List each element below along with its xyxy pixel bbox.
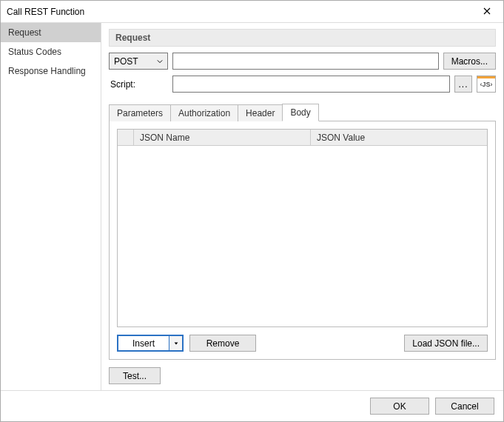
dialog-body: Request Status Codes Response Handling R… (1, 23, 503, 390)
insert-split-button[interactable]: Insert (117, 335, 184, 352)
button-label: Macros... (451, 56, 488, 67)
sidebar-item-response-handling[interactable]: Response Handling (1, 61, 101, 81)
button-label: Insert (118, 338, 169, 349)
ellipsis-icon: ... (458, 79, 468, 90)
insert-dropdown-toggle[interactable] (169, 336, 182, 350)
load-json-file-button[interactable]: Load JSON file... (404, 335, 488, 352)
button-label: OK (393, 401, 406, 412)
remove-button[interactable]: Remove (189, 335, 256, 352)
button-label: Cancel (451, 401, 478, 412)
js-icon: ‹JS› (480, 81, 492, 88)
tab-authorization[interactable]: Authorization (170, 104, 238, 121)
tab-panel-body: JSON Name JSON Value Insert (109, 121, 496, 360)
row-script: Script: ... ‹JS› (109, 76, 496, 93)
titlebar: Call REST Function (1, 1, 503, 23)
http-method-select[interactable]: POST (109, 53, 168, 70)
body-grid[interactable]: JSON Name JSON Value (117, 129, 488, 327)
script-input[interactable] (172, 76, 450, 93)
macros-button[interactable]: Macros... (443, 53, 496, 70)
row-method-url: POST Macros... (109, 53, 496, 70)
sidebar-item-status-codes[interactable]: Status Codes (1, 42, 101, 61)
chevron-down-icon (157, 58, 163, 64)
tabs: Parameters Authorization Header Body (109, 103, 496, 121)
button-label: Remove (206, 338, 240, 349)
url-input[interactable] (172, 53, 439, 70)
tab-label: Header (246, 108, 275, 118)
sidebar-item-request[interactable]: Request (1, 23, 101, 42)
dialog-call-rest-function: Call REST Function Request Status Codes … (0, 0, 504, 422)
button-label: Load JSON file... (412, 338, 480, 349)
column-label: JSON Value (317, 133, 365, 143)
tab-label: Body (290, 107, 310, 118)
close-button[interactable] (470, 1, 503, 23)
button-label: Test... (123, 371, 147, 381)
tab-header[interactable]: Header (238, 104, 283, 121)
column-label: JSON Name (140, 133, 189, 143)
dialog-footer: OK Cancel (1, 390, 503, 421)
script-label: Script: (109, 79, 168, 90)
test-row: Test... (109, 367, 496, 384)
sidebar-item-label: Status Codes (8, 47, 61, 57)
http-method-value: POST (114, 56, 138, 67)
main-panel: Request POST Macros... Script: (101, 23, 503, 390)
section-header-request: Request (109, 29, 496, 47)
tab-label: Parameters (117, 108, 163, 118)
grid-row-header-corner (118, 130, 134, 145)
sidebar-item-label: Request (8, 27, 41, 38)
body-panel-buttons: Insert Remove Load JSON file... (117, 335, 488, 352)
tab-parameters[interactable]: Parameters (109, 104, 171, 121)
close-icon (483, 7, 491, 17)
script-js-button[interactable]: ‹JS› (477, 76, 496, 93)
test-button[interactable]: Test... (109, 367, 161, 384)
script-browse-button[interactable]: ... (454, 76, 472, 93)
cancel-button[interactable]: Cancel (435, 398, 494, 415)
window-title: Call REST Function (7, 7, 470, 17)
ok-button[interactable]: OK (370, 398, 429, 415)
js-accent-bar (477, 76, 495, 78)
grid-col-json-value[interactable]: JSON Value (311, 130, 487, 145)
caret-down-icon (173, 338, 179, 349)
sidebar-item-label: Response Handling (8, 66, 86, 76)
tab-label: Authorization (178, 108, 230, 118)
grid-col-json-name[interactable]: JSON Name (134, 130, 311, 145)
grid-body-empty[interactable] (118, 146, 487, 326)
sidebar: Request Status Codes Response Handling (1, 23, 101, 390)
tab-body[interactable]: Body (282, 104, 318, 121)
grid-header: JSON Name JSON Value (118, 130, 487, 146)
